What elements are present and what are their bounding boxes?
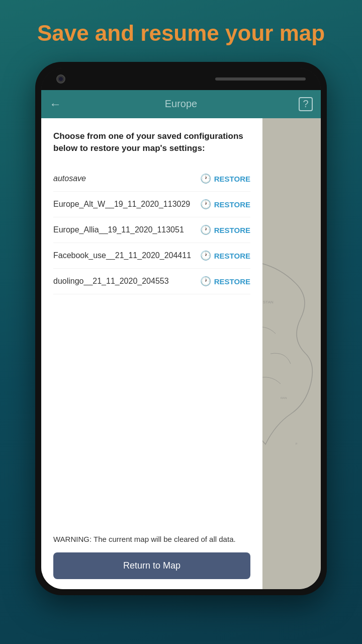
header-title: Europe (165, 98, 198, 110)
save-item-2: Europe_Allia__19_11_2020_113051 🕐 RESTOR… (53, 217, 250, 243)
restore-label-3: RESTORE (214, 252, 250, 260)
restore-button-1[interactable]: 🕐 RESTORE (200, 199, 250, 210)
phone-screen: ← Europe ? STAN RAN p Choose from one of… (41, 68, 321, 589)
save-name-autosave: autosave (53, 174, 200, 183)
save-name-4: duolingo__21_11_2020_204553 (53, 277, 200, 286)
warning-text: WARNING: The current map will be cleared… (53, 534, 250, 544)
notch-bar (41, 68, 321, 90)
restore-icon-3: 🕐 (200, 250, 211, 261)
restore-button-autosave[interactable]: 🕐 RESTORE (200, 173, 250, 184)
notch-pill (215, 77, 306, 80)
phone-frame: ← Europe ? STAN RAN p Choose from one of… (35, 62, 327, 595)
page-title: Save and resume your map (17, 0, 345, 62)
save-item-4: duolingo__21_11_2020_204553 🕐 RESTORE (53, 269, 250, 294)
restore-icon-2: 🕐 (200, 224, 211, 235)
restore-icon-4: 🕐 (200, 276, 211, 287)
app-content: STAN RAN p Choose from one of your saved… (41, 118, 321, 589)
save-item-autosave: autosave 🕐 RESTORE (53, 166, 250, 192)
restore-button-2[interactable]: 🕐 RESTORE (200, 224, 250, 235)
back-button[interactable]: ← (49, 97, 61, 111)
save-name-3: Facebook_use__21_11_2020_204411 (53, 251, 200, 260)
save-name-2: Europe_Allia__19_11_2020_113051 (53, 225, 200, 234)
restore-button-3[interactable]: 🕐 RESTORE (200, 250, 250, 261)
app-header: ← Europe ? (41, 90, 321, 118)
restore-label-4: RESTORE (214, 277, 250, 286)
camera-icon (56, 74, 65, 84)
return-to-map-button[interactable]: Return to Map (53, 552, 250, 579)
modal-dialog: Choose from one of your saved configurat… (41, 118, 262, 589)
modal-spacer (53, 294, 250, 533)
save-item-3: Facebook_use__21_11_2020_204411 🕐 RESTOR… (53, 243, 250, 269)
help-button[interactable]: ? (299, 97, 313, 111)
restore-label-autosave: RESTORE (214, 175, 250, 183)
restore-label-2: RESTORE (214, 226, 250, 234)
restore-icon-1: 🕐 (200, 199, 211, 210)
restore-label-1: RESTORE (214, 200, 250, 209)
save-name-1: Europe_Alt_W__19_11_2020_113029 (53, 200, 200, 209)
save-item-1: Europe_Alt_W__19_11_2020_113029 🕐 RESTOR… (53, 192, 250, 217)
restore-button-4[interactable]: 🕐 RESTORE (200, 276, 250, 287)
modal-title: Choose from one of your saved configurat… (53, 130, 250, 154)
modal-overlay: Choose from one of your saved configurat… (41, 118, 321, 589)
restore-icon-autosave: 🕐 (200, 173, 211, 184)
